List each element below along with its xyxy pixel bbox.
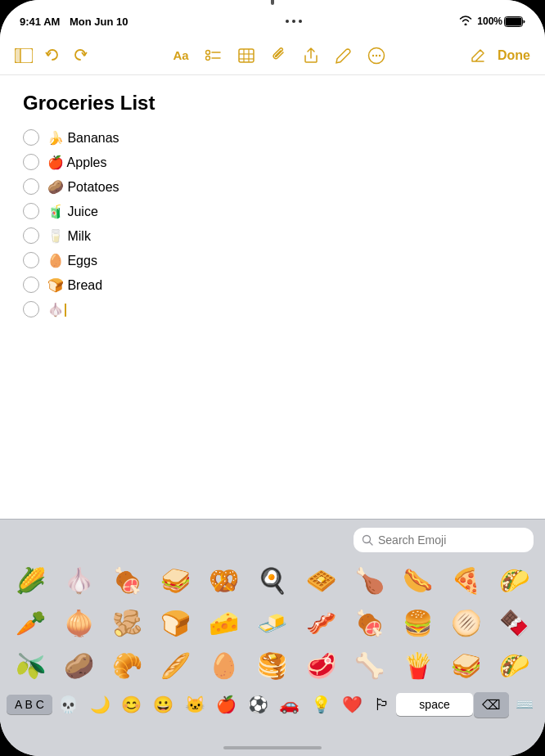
markup-icon[interactable] [335, 47, 351, 64]
emoji-cell[interactable]: 🧈 [248, 601, 296, 644]
more-options-icon[interactable] [367, 47, 385, 65]
emoji-search-input[interactable] [354, 528, 534, 552]
undo-icon[interactable] [44, 48, 61, 63]
format-text-icon[interactable]: Aa [173, 48, 188, 62]
emoji-cell[interactable]: 🫚 [103, 601, 151, 644]
emoji-cell[interactable]: 🌭 [394, 559, 442, 601]
checklist-item[interactable]: 🧃 Juice [23, 203, 522, 219]
checklist-item[interactable]: 🍞 Bread [23, 277, 522, 293]
emoji-keyboard: 🌽🧄🍖🥪🥨🍳🧇🍗🌭🍕🌮🥕🧅🫚🍞🧀🧈🥓🍖🍔🫓🍫🫒🥔🥐🥖🥚🥞🥩🦴🍟🥪🌮 A B C … [0, 519, 545, 756]
emoji-smile-icon[interactable]: 😊 [116, 691, 146, 718]
checklist-item[interactable]: 🥚 Eggs [23, 252, 522, 268]
svg-line-19 [370, 542, 373, 546]
emoji-cell[interactable]: 🥓 [297, 601, 345, 644]
emoji-cell[interactable]: 🫓 [442, 601, 490, 644]
emoji-cell[interactable]: 🌮 [490, 559, 538, 601]
checkbox[interactable] [23, 178, 39, 195]
heart-icon[interactable]: ❤️ [337, 691, 367, 718]
text-cursor [65, 304, 66, 317]
emoji-cell[interactable]: 🥞 [248, 644, 296, 686]
checkbox[interactable] [23, 301, 39, 317]
emoji-cell[interactable]: 🍕 [442, 559, 490, 601]
emoji-search-bar [0, 520, 545, 559]
emoji-cell[interactable]: 🧇 [297, 559, 345, 601]
checkbox[interactable] [23, 129, 39, 146]
item-text: 🥛 Milk [47, 228, 91, 244]
abc-key[interactable]: A B C [7, 695, 52, 714]
item-text: 🍞 Bread [47, 277, 102, 293]
checkbox[interactable] [23, 227, 39, 244]
checkbox[interactable] [23, 277, 39, 293]
svg-rect-1 [506, 17, 522, 25]
emoji-cell[interactable]: 🧀 [200, 601, 248, 644]
checklist-item[interactable]: 🧄 [23, 301, 522, 317]
emoji-cell[interactable]: 🍫 [490, 601, 538, 644]
attachment-icon[interactable] [271, 47, 287, 64]
space-key[interactable]: space [396, 693, 472, 716]
svg-point-16 [375, 54, 376, 56]
emoji-face-icon[interactable]: 😀 [148, 691, 178, 718]
emoji-cell[interactable]: 🧅 [55, 601, 103, 644]
emoji-cell[interactable]: 🥐 [103, 644, 151, 686]
svg-point-5 [205, 50, 209, 54]
emoji-cell[interactable]: 🥩 [297, 644, 345, 686]
item-text: 🧄 [47, 302, 66, 317]
emoji-cell[interactable]: 🥪 [151, 559, 200, 601]
emoji-cell[interactable]: 🥔 [55, 644, 103, 686]
home-indicator [223, 746, 322, 749]
compose-icon[interactable] [470, 47, 486, 64]
emoji-cell[interactable]: 🍞 [151, 601, 200, 644]
checklist-item[interactable]: 🍎 Apples [23, 154, 522, 170]
emoji-cell[interactable]: 🫒 [7, 644, 55, 686]
checkbox[interactable] [23, 252, 39, 268]
note-title: Groceries List [23, 92, 522, 115]
toolbar: Aa [0, 36, 545, 75]
flag-icon[interactable]: 🏳 [369, 692, 395, 718]
emoji-cell[interactable]: 🍟 [394, 644, 442, 686]
emoji-cell[interactable]: 🥖 [151, 644, 200, 686]
table-icon[interactable] [238, 48, 254, 63]
svg-point-17 [378, 54, 380, 56]
item-text: 🥚 Eggs [47, 253, 97, 268]
emoji-cell[interactable]: 🍳 [248, 559, 296, 601]
checkbox[interactable] [23, 203, 39, 219]
emoji-cell[interactable]: 🍔 [394, 601, 442, 644]
emoji-cell[interactable]: 🍖 [345, 601, 394, 644]
checklist: 🍌 Bananas🍎 Apples🥔 Potatoes🧃 Juice🥛 Milk… [23, 129, 522, 317]
cat-icon[interactable]: 🐱 [180, 691, 210, 718]
status-bar: 9:41 AM Mon Jun 10 100% [0, 0, 545, 36]
skull-icon[interactable]: 💀 [53, 691, 83, 718]
emoji-cell[interactable]: 🍖 [103, 559, 151, 601]
svg-rect-3 [15, 48, 20, 63]
checklist-item[interactable]: 🥛 Milk [23, 227, 522, 244]
svg-point-6 [205, 56, 209, 60]
emoji-cell[interactable]: 🌮 [490, 644, 538, 686]
status-center [286, 20, 302, 23]
checklist-item[interactable]: 🍌 Bananas [23, 129, 522, 146]
checklist-icon[interactable] [205, 48, 222, 63]
emoji-cell[interactable]: 🥚 [200, 644, 248, 686]
share-icon[interactable] [304, 47, 318, 64]
emoji-cell[interactable]: 🥕 [7, 601, 55, 644]
moon-icon[interactable]: 🌙 [85, 691, 115, 718]
checkbox[interactable] [23, 154, 39, 170]
emoji-cell[interactable]: 🍗 [345, 559, 394, 601]
dot3 [299, 20, 302, 23]
checklist-item[interactable]: 🥔 Potatoes [23, 178, 522, 195]
emoji-cell[interactable]: 🥨 [200, 559, 248, 601]
delete-key[interactable]: ⌫ [474, 692, 509, 718]
apple-icon[interactable]: 🍎 [211, 691, 241, 718]
car-icon[interactable]: 🚗 [274, 691, 304, 718]
bulb-icon[interactable]: 💡 [306, 691, 336, 718]
redo-icon[interactable] [72, 48, 88, 63]
keyboard-icon[interactable]: ⌨️ [511, 692, 538, 717]
emoji-cell[interactable]: 🦴 [345, 644, 394, 686]
emoji-cell[interactable]: 🥪 [442, 644, 490, 686]
status-right: 100% [459, 16, 525, 28]
done-button[interactable]: Done [498, 48, 530, 63]
note-content: Groceries List 🍌 Bananas🍎 Apples🥔 Potato… [0, 75, 545, 519]
sidebar-toggle-icon[interactable] [15, 48, 33, 63]
soccer-icon[interactable]: ⚽ [243, 691, 273, 718]
emoji-cell[interactable]: 🧄 [55, 559, 103, 601]
emoji-cell[interactable]: 🌽 [7, 559, 55, 601]
